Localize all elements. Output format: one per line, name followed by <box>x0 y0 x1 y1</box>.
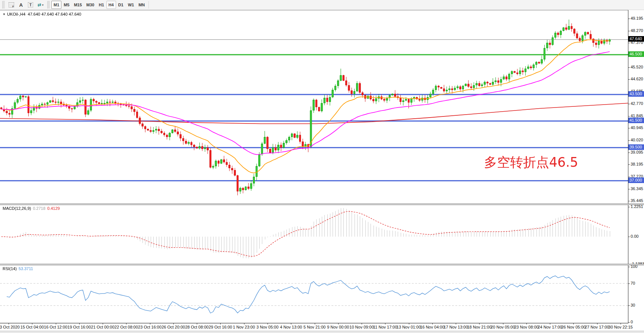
axis-tick <box>628 140 630 141</box>
timeframe-button-d1[interactable]: D1 <box>116 1 126 9</box>
time-axis-label: 16 Nov 04:00 <box>420 325 444 329</box>
macd-signal-value: 0.4129 <box>47 206 60 211</box>
text-a-icon: A <box>19 2 23 8</box>
axis-tick <box>628 305 630 306</box>
macd-indicator-label: MACD(12,26,9)0.27180.4129 <box>3 206 60 211</box>
level-price-tag: 43.500 <box>628 91 644 97</box>
time-axis-label: 16 Oct 12:00 <box>44 325 67 329</box>
price-axis-label: 48.270 <box>631 28 643 33</box>
time-axis-label: 27 Nov 17:00 <box>585 325 609 329</box>
rsi-name: RSI(14) <box>3 266 17 271</box>
main-chart-panel[interactable] <box>0 10 628 204</box>
macd-main-value: 0.2718 <box>33 206 45 211</box>
f-grid-icon: F <box>9 2 14 7</box>
level-price-tag: 46.500 <box>628 51 644 57</box>
time-axis-tick <box>220 323 221 324</box>
level-price-tag: 41.500 <box>628 118 644 123</box>
time-axis-tick <box>362 323 362 324</box>
timeframe-button-m1[interactable]: M1 <box>51 1 61 9</box>
timeframe-button-h4[interactable]: H4 <box>106 1 116 9</box>
axis-tick <box>628 79 630 80</box>
panel-splitter[interactable] <box>0 264 644 265</box>
time-axis-label: 21 Oct 00:00 <box>91 325 115 329</box>
timeframe-button-m15[interactable]: M15 <box>72 1 84 9</box>
time-axis-tick <box>267 323 268 324</box>
time-axis-label: 29 Oct 16:00 <box>209 325 232 329</box>
price-axis-label: 42.770 <box>631 101 643 106</box>
chevron-down-icon: ▾ <box>42 3 44 7</box>
timeframe-button-h1[interactable]: H1 <box>96 1 106 9</box>
macd-canvas[interactable] <box>0 205 628 264</box>
time-axis-tick <box>503 323 503 324</box>
chart-ohlc-values: 47.640 47.640 47.640 47.640 <box>28 12 81 16</box>
axis-tick <box>628 207 630 207</box>
axis-tick <box>628 164 630 165</box>
time-axis-label: 20 Nov 05:00 <box>491 325 515 329</box>
toolbar-grip[interactable] <box>47 1 50 9</box>
rsi-axis-label: 30 <box>631 303 635 307</box>
time-axis-label: 28 Oct 08:00 <box>185 325 209 329</box>
price-axis-label: 45.520 <box>631 65 643 69</box>
axis-tick <box>628 67 630 68</box>
axis-tick <box>628 189 630 189</box>
rsi-indicator-label: RSI(14)53.3711 <box>3 266 33 271</box>
axis-tick <box>628 104 630 104</box>
timeframe-button-mn[interactable]: MN <box>136 1 147 9</box>
axis-tick <box>628 267 630 267</box>
tool-button-arrows[interactable]: ⇄▾ <box>35 1 46 9</box>
chart-annotation-text[interactable]: 多空转折点46.5 <box>484 154 578 171</box>
toolbar-separator <box>148 1 149 9</box>
time-axis-label: 11 Nov 17:00 <box>373 325 397 329</box>
time-axis[interactable]: 13 Oct 202015 Oct 04:0016 Oct 12:0019 Oc… <box>0 323 644 331</box>
tool-button-text[interactable]: A <box>16 1 26 9</box>
rsi-value: 53.3711 <box>19 266 33 271</box>
timeframe-button-m5[interactable]: M5 <box>61 1 71 9</box>
time-axis-label: 19 Oct 16:00 <box>67 325 91 329</box>
axis-tick <box>628 237 630 237</box>
time-axis-label: 3 Nov 05:00 <box>256 325 278 329</box>
time-axis-label: 26 Oct 20:00 <box>161 325 185 329</box>
axis-tick <box>628 31 630 31</box>
candlestick-chart-canvas[interactable] <box>0 10 628 204</box>
chart-dropdown-icon[interactable]: ▼ <box>3 13 6 16</box>
time-axis-label: 18 Nov 21:00 <box>467 325 491 329</box>
price-axis-label: 39.095 <box>631 150 643 154</box>
time-axis-label: 9 Nov 00:00 <box>327 325 349 329</box>
time-axis-tick <box>56 323 56 324</box>
time-axis-label: 5 Nov 21:00 <box>304 325 326 329</box>
axis-tick <box>628 322 630 323</box>
price-axis[interactable]: 49.19548.27047.37045.52044.62043.68542.7… <box>628 10 644 323</box>
price-axis-label: 40.945 <box>631 125 643 130</box>
timeframe-button-w1[interactable]: W1 <box>126 1 137 9</box>
timeframe-button-m30[interactable]: M30 <box>84 1 96 9</box>
panel-splitter[interactable] <box>0 204 644 205</box>
time-axis-tick <box>315 323 315 324</box>
time-axis-tick <box>244 323 244 324</box>
rsi-indicator-panel[interactable] <box>0 265 628 323</box>
tool-button-f-grid[interactable]: F <box>6 1 16 9</box>
time-axis-label: 26 Nov 05:00 <box>561 325 586 329</box>
axis-tick <box>628 43 630 43</box>
time-axis-tick <box>550 323 550 324</box>
time-axis-label: 1 Nov 23:00 <box>233 325 255 329</box>
time-axis-label: 17 Nov 13:00 <box>443 325 468 329</box>
toolbar-grip[interactable] <box>2 1 5 9</box>
time-axis-label: 13 Oct 2020 <box>0 325 20 329</box>
price-axis-label: 44.620 <box>631 77 643 81</box>
time-axis-tick <box>197 323 197 324</box>
macd-indicator-panel[interactable] <box>0 205 628 264</box>
price-axis-label: 35.445 <box>631 198 643 203</box>
time-axis-label: 10 Nov 09:00 <box>349 325 374 329</box>
rsi-canvas[interactable] <box>0 265 628 323</box>
rsi-axis-label: 70 <box>631 281 635 285</box>
chart-symbol-period: UKOil-,H4 <box>7 12 26 16</box>
time-axis-tick <box>338 323 339 324</box>
time-axis-label: 13 Nov 01:00 <box>397 325 421 329</box>
price-axis-label: 40.020 <box>631 138 643 142</box>
time-axis-tick <box>409 323 409 324</box>
time-axis-tick <box>385 323 385 324</box>
arrows-cycle-icon: ⇄ <box>38 2 41 7</box>
time-axis-tick <box>32 323 32 324</box>
textbox-t-icon: T <box>28 2 33 7</box>
tool-button-textbox[interactable]: T <box>26 1 35 9</box>
